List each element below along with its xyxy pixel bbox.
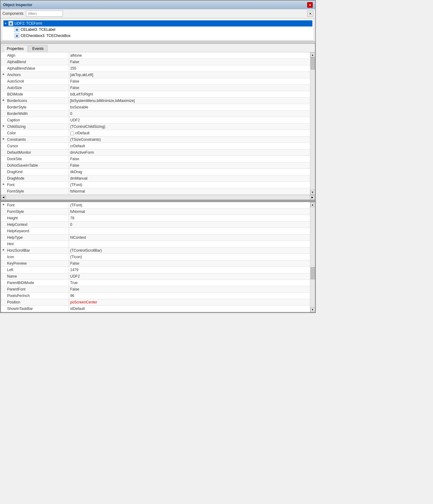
- splitter-top[interactable]: · · · · · · · ·: [1, 41, 315, 43]
- scroll-down-arrow[interactable]: ▼: [310, 190, 315, 195]
- table-row[interactable]: ParentFontFalse: [1, 286, 310, 293]
- prop-value-cell[interactable]: [akTop,akLeft]: [69, 72, 310, 78]
- prop-value-cell[interactable]: UDF2: [69, 117, 310, 124]
- prop-value-cell[interactable]: (TFont): [69, 202, 310, 209]
- prop-value-cell[interactable]: False: [69, 78, 310, 85]
- hscroll-track[interactable]: [6, 195, 310, 200]
- prop-value-cell[interactable]: fsNormal: [69, 188, 310, 195]
- scroll-thumb-top[interactable]: [311, 57, 315, 70]
- table-row[interactable]: AutoSizeFalse: [1, 85, 310, 91]
- prop-value-cell[interactable]: dmActiveForm: [69, 149, 310, 156]
- clear-filter-button[interactable]: ✕: [307, 10, 313, 17]
- prop-value-cell[interactable]: [biSystemMenu,biMinimize,biMaximize]: [69, 98, 310, 104]
- bottom-scroll-up-arrow[interactable]: ▲: [310, 202, 315, 207]
- filter-input[interactable]: [26, 10, 63, 17]
- prop-value-cell[interactable]: 78: [69, 215, 310, 222]
- hscroll-left-arrow[interactable]: ◀: [1, 195, 6, 200]
- table-row[interactable]: HelpKeyword: [1, 228, 310, 234]
- table-row[interactable]: PixelsPerInch96: [1, 293, 310, 299]
- table-row[interactable]: FormStylefsNormal: [1, 209, 310, 215]
- prop-value-cell[interactable]: 96: [69, 293, 310, 299]
- prop-value-cell[interactable]: False: [69, 260, 310, 267]
- scroll-track-bottom[interactable]: [310, 207, 315, 307]
- prop-value-cell[interactable]: poScreenCenter: [69, 299, 310, 306]
- prop-value-cell[interactable]: alNone: [69, 52, 310, 59]
- table-row[interactable]: AlphaBlendFalse: [1, 59, 310, 65]
- table-row[interactable]: CursorcrDefault: [1, 143, 310, 149]
- table-row[interactable]: PositionpoScreenCenter: [1, 299, 310, 306]
- table-row[interactable]: KeyPreviewFalse: [1, 260, 310, 267]
- prop-value-cell[interactable]: False: [69, 59, 310, 65]
- table-row[interactable]: Hint: [1, 241, 310, 247]
- table-row[interactable]: DragModedmManual: [1, 175, 310, 182]
- table-row[interactable]: Font(TFont): [1, 202, 310, 209]
- top-hscrollbar[interactable]: ◀ ▶: [1, 195, 315, 200]
- prop-value-cell[interactable]: dmManual: [69, 175, 310, 182]
- table-row[interactable]: DragKinddkDrag: [1, 169, 310, 175]
- table-row[interactable]: Font(TFont): [1, 182, 310, 188]
- tree-item-celabel3[interactable]: ▣ CELabel3: TCELabel: [3, 26, 312, 33]
- table-row[interactable]: HelpTypehtContext: [1, 234, 310, 241]
- prop-value-cell[interactable]: 0: [69, 222, 310, 228]
- expand-icon-udf2[interactable]: ▼: [3, 21, 8, 26]
- prop-value-cell[interactable]: False: [69, 162, 310, 169]
- table-row[interactable]: AlignalNone: [1, 52, 310, 59]
- table-row[interactable]: ShowInTaskBarstDefault: [1, 306, 310, 312]
- scroll-up-arrow[interactable]: ▲: [310, 52, 315, 57]
- table-row[interactable]: ParentBiDiModeTrue: [1, 280, 310, 286]
- prop-value-cell[interactable]: [69, 228, 310, 234]
- table-row[interactable]: Anchors[akTop,akLeft]: [1, 72, 310, 78]
- table-row[interactable]: NameUDF2: [1, 273, 310, 280]
- bottom-scrollbar[interactable]: ▲ ▼: [310, 202, 315, 312]
- prop-value-cell[interactable]: 255: [69, 65, 310, 72]
- table-row[interactable]: DefaultMonitordmActiveForm: [1, 149, 310, 156]
- scroll-track-top[interactable]: [310, 57, 315, 190]
- table-row[interactable]: Height78: [1, 215, 310, 222]
- prop-value-cell[interactable]: UDF2: [69, 273, 310, 280]
- table-row[interactable]: ChildSizing(TControlChildSizing): [1, 124, 310, 130]
- table-row[interactable]: Left1479: [1, 267, 310, 273]
- tab-events[interactable]: Events: [28, 45, 48, 52]
- prop-value-cell[interactable]: False: [69, 286, 310, 293]
- table-row[interactable]: BorderStylebsSizeable: [1, 104, 310, 111]
- prop-value-cell[interactable]: (TSizeConstraints): [69, 136, 310, 143]
- prop-value-cell[interactable]: (TControlChildSizing): [69, 124, 310, 130]
- prop-value-cell[interactable]: stDefault: [69, 306, 310, 312]
- prop-value-cell[interactable]: 0: [69, 111, 310, 117]
- expand-icon-cecheckbox3[interactable]: [10, 34, 14, 38]
- table-row[interactable]: DockSiteFalse: [1, 156, 310, 162]
- prop-value-cell[interactable]: dkDrag: [69, 169, 310, 175]
- table-row[interactable]: Icon(TIcon): [1, 254, 310, 260]
- top-scrollbar[interactable]: ▲ ▼: [310, 52, 315, 195]
- prop-value-cell[interactable]: bsSizeable: [69, 104, 310, 111]
- prop-value-cell[interactable]: (TIcon): [69, 254, 310, 260]
- prop-value-cell[interactable]: True: [69, 280, 310, 286]
- table-row[interactable]: DoNotSaveInTableFalse: [1, 162, 310, 169]
- prop-value-cell[interactable]: 1479: [69, 267, 310, 273]
- prop-value-cell[interactable]: htContext: [69, 234, 310, 241]
- table-row[interactable]: FormStylefsNormal: [1, 188, 310, 195]
- close-button[interactable]: ✕: [307, 2, 313, 8]
- table-row[interactable]: BiDiModebdLeftToRight: [1, 91, 310, 98]
- table-row[interactable]: HelpContext0: [1, 222, 310, 228]
- prop-value-cell[interactable]: (TControlScrollBar): [69, 247, 310, 254]
- prop-value-cell[interactable]: [69, 241, 310, 247]
- prop-value-cell[interactable]: crDefault: [69, 143, 310, 149]
- tree-item-udf2[interactable]: ▼ ▣ UDF2: TCEForm: [3, 20, 312, 26]
- table-row[interactable]: Constraints(TSizeConstraints): [1, 136, 310, 143]
- table-row[interactable]: BorderIcons[biSystemMenu,biMinimize,biMa…: [1, 98, 310, 104]
- prop-value-cell[interactable]: False: [69, 85, 310, 91]
- table-row[interactable]: BorderWidth0: [1, 111, 310, 117]
- bottom-scroll-down-arrow[interactable]: ▼: [310, 307, 315, 312]
- table-row[interactable]: AutoScrollFalse: [1, 78, 310, 85]
- tab-properties[interactable]: Properties: [3, 45, 28, 52]
- table-row[interactable]: AlphaBlendValue255: [1, 65, 310, 72]
- prop-value-cell[interactable]: bdLeftToRight: [69, 91, 310, 98]
- prop-value-cell[interactable]: clDefault: [69, 130, 310, 136]
- table-row[interactable]: CaptionUDF2: [1, 117, 310, 124]
- expand-icon-celabel3[interactable]: [10, 27, 14, 32]
- table-row[interactable]: HorzScrollBar(TControlScrollBar): [1, 247, 310, 254]
- prop-value-cell[interactable]: (TFont): [69, 182, 310, 188]
- tree-item-cecheckbox3[interactable]: ▣ CECheckbox3: TCECheckBox: [3, 33, 312, 39]
- prop-value-cell[interactable]: False: [69, 156, 310, 162]
